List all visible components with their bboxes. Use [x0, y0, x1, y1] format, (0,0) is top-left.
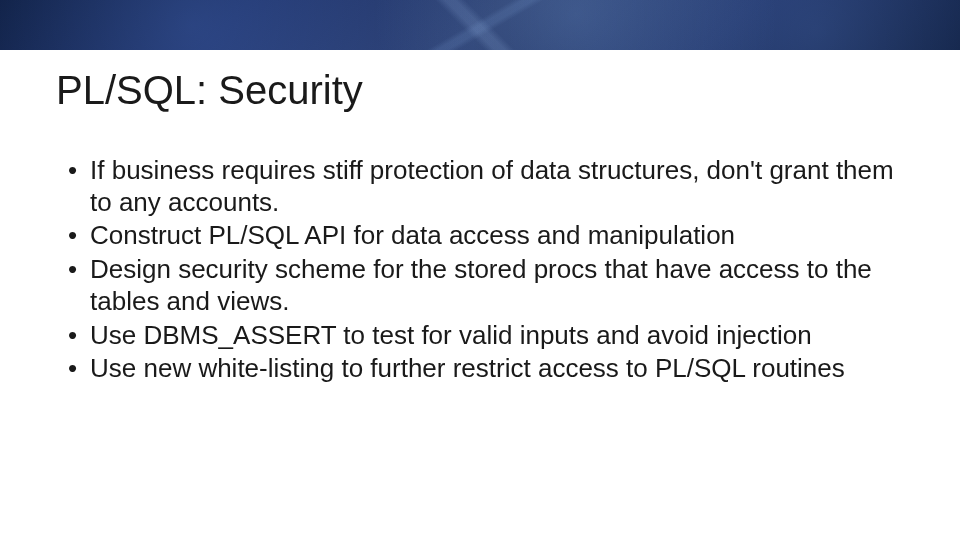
bullet-item: Use new white-listing to further restric…: [68, 353, 904, 385]
bullet-item: Use DBMS_ASSERT to test for valid inputs…: [68, 320, 904, 352]
bullet-item: Design security scheme for the stored pr…: [68, 254, 904, 317]
bullet-item: Construct PL/SQL API for data access and…: [68, 220, 904, 252]
bullet-list: If business requires stiff protection of…: [56, 155, 904, 385]
header-banner: [0, 0, 960, 50]
slide-content: PL/SQL: Security If business requires st…: [0, 50, 960, 385]
bullet-item: If business requires stiff protection of…: [68, 155, 904, 218]
slide-title: PL/SQL: Security: [56, 68, 904, 113]
